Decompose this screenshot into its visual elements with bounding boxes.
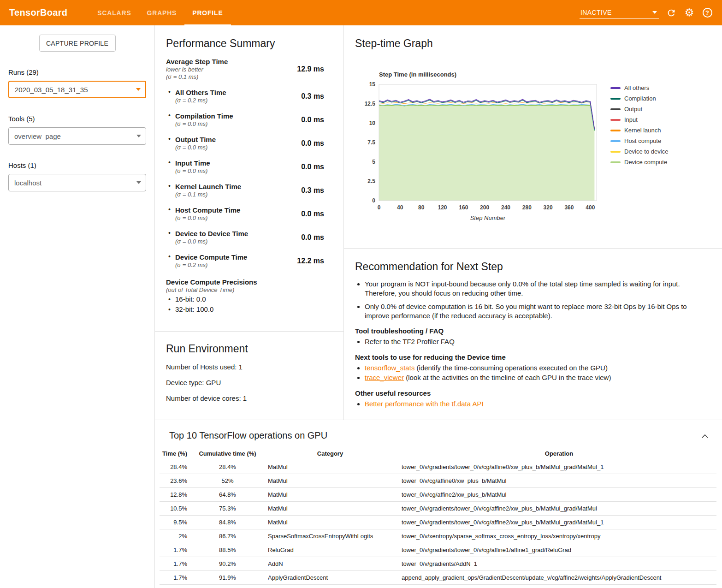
metric-label: Kernel Launch Time bbox=[175, 182, 241, 191]
chart-title: Step Time (in milliseconds) bbox=[379, 71, 711, 78]
svg-text:10: 10 bbox=[369, 120, 376, 126]
metric-label: All Others Time bbox=[175, 88, 226, 97]
metric-row: •Host Compute Time(σ = 0.0 ms)0.0 ms bbox=[166, 206, 332, 222]
svg-text:240: 240 bbox=[501, 204, 510, 211]
hosts-select[interactable]: localhost bbox=[8, 174, 146, 191]
metric-row: •Kernel Launch Time(σ = 0.1 ms)0.3 ms bbox=[166, 182, 332, 198]
precision-item: •32-bit: 100.0 bbox=[166, 305, 332, 314]
step-time-graph-section: Step-time Graph Step Time (in millisecon… bbox=[344, 25, 722, 248]
tab-graphs[interactable]: GRAPHS bbox=[139, 0, 185, 25]
tools-select-value: overview_page bbox=[14, 132, 61, 140]
metric-value: 0.0 ms bbox=[301, 163, 324, 171]
tools-select[interactable]: overview_page bbox=[8, 127, 146, 145]
svg-text:200: 200 bbox=[480, 204, 489, 211]
metric-value: 0.0 ms bbox=[301, 139, 324, 148]
svg-text:120: 120 bbox=[438, 204, 447, 211]
metric-labels: •Input Time(σ = 0.0 ms) bbox=[166, 159, 210, 175]
cell-category: MatMul bbox=[268, 491, 392, 498]
metric-row: •Output Time(σ = 0.0 ms)0.0 ms bbox=[166, 135, 332, 151]
svg-text:40: 40 bbox=[397, 204, 403, 211]
capture-profile-button[interactable]: CAPTURE PROFILE bbox=[39, 35, 116, 52]
legend-item: All others bbox=[610, 84, 668, 91]
tensorflow-stats-link[interactable]: tensorflow_stats bbox=[365, 364, 414, 372]
metric-row: •Device Compute Time(σ = 0.2 ms)12.2 ms bbox=[166, 253, 332, 269]
cell-time: 1.7% bbox=[160, 560, 187, 567]
legend-label: Device compute bbox=[624, 159, 667, 166]
svg-text:80: 80 bbox=[418, 204, 425, 211]
legend-item: Host compute bbox=[610, 137, 668, 144]
recommendation-title: Recommendation for Next Step bbox=[355, 261, 711, 273]
svg-text:7.5: 7.5 bbox=[367, 139, 375, 146]
metric-text: All Others Time(σ = 0.2 ms) bbox=[175, 88, 226, 104]
cell-time: 1.7% bbox=[160, 574, 187, 581]
table-row: 1.7%90.2%AddNtower_0/v/gradients/AddN_1 bbox=[160, 557, 716, 571]
metric-value: 12.2 ms bbox=[297, 257, 324, 265]
trace-viewer-link[interactable]: trace_viewer bbox=[365, 374, 404, 381]
metric-labels: •Output Time(σ = 0.0 ms) bbox=[166, 135, 216, 151]
cell-category: MatMul bbox=[268, 519, 392, 526]
legend-swatch bbox=[610, 161, 621, 163]
cell-category: MatMul bbox=[268, 463, 392, 470]
legend-label: Host compute bbox=[624, 137, 661, 144]
caret-down-icon bbox=[136, 181, 141, 184]
legend-label: Compilation bbox=[624, 95, 656, 102]
resource-item: Better performance with the tf.data API bbox=[365, 399, 711, 409]
legend-item: Kernel launch bbox=[610, 127, 668, 134]
metric-label: Compilation Time bbox=[175, 112, 233, 120]
bullet: • bbox=[166, 182, 175, 198]
tool-item: trace_viewer (look at the activities on … bbox=[365, 373, 711, 382]
legend-swatch bbox=[610, 140, 621, 142]
metric-sigma: (σ = 0.1 ms) bbox=[175, 191, 241, 198]
metric-text: Output Time(σ = 0.0 ms) bbox=[175, 135, 216, 151]
recommendation-bullet: Your program is NOT input-bound because … bbox=[365, 279, 711, 297]
metric-text: Host Compute Time(σ = 0.0 ms) bbox=[175, 206, 240, 222]
status-select[interactable]: INACTIVE bbox=[580, 7, 659, 19]
legend-item: Output bbox=[610, 106, 668, 113]
cell-time: 9.5% bbox=[160, 519, 187, 526]
legend-label: All others bbox=[624, 84, 649, 91]
cell-cumulative: 91.9% bbox=[196, 574, 259, 581]
refresh-icon[interactable] bbox=[666, 7, 677, 18]
tab-scalars[interactable]: SCALARS bbox=[89, 0, 139, 25]
metric-value: 0.0 ms bbox=[301, 210, 324, 218]
bullet: • bbox=[166, 295, 175, 304]
legend-item: Input bbox=[610, 116, 668, 123]
collapse-chevron-icon[interactable] bbox=[702, 432, 708, 440]
tab-profile[interactable]: PROFILE bbox=[184, 0, 231, 25]
metric-row: Average Step Timelower is better(σ = 0.1… bbox=[166, 57, 332, 81]
tools-label: Tools (5) bbox=[8, 115, 146, 123]
svg-text:320: 320 bbox=[544, 204, 553, 211]
column-header: Category bbox=[268, 450, 392, 457]
table-row: 1.7%91.9%ApplyGradientDescentappend_appl… bbox=[160, 571, 716, 585]
hosts-select-value: localhost bbox=[14, 179, 41, 187]
metric-value: 12.9 ms bbox=[297, 65, 324, 73]
bullet: • bbox=[166, 206, 175, 222]
cell-category: SparseSoftmaxCrossEntropyWithLogits bbox=[268, 533, 392, 540]
tool-item: tensorflow_stats (identify the time-cons… bbox=[365, 363, 711, 373]
help-icon[interactable]: ? bbox=[702, 7, 713, 18]
cell-time: 23.6% bbox=[160, 477, 187, 484]
runs-select[interactable]: 2020_03_05_18_31_35 bbox=[8, 81, 146, 98]
device-type-line: Device type: GPU bbox=[166, 379, 332, 386]
cell-cumulative: 84.8% bbox=[196, 519, 259, 526]
svg-text:360: 360 bbox=[564, 204, 574, 211]
settings-gear-icon[interactable]: ⚙ bbox=[684, 7, 695, 18]
cell-operation: tower_0/v/gradients/tower_0/v/cg/affine1… bbox=[402, 546, 716, 553]
hosts-label: Hosts (1) bbox=[8, 161, 146, 169]
legend-label: Input bbox=[624, 116, 638, 123]
cell-category: MatMul bbox=[268, 505, 392, 512]
recommendation-section: Recommendation for Next Step Your progra… bbox=[344, 249, 722, 409]
metric-label: Device Compute Time bbox=[175, 253, 247, 261]
cell-category: ReluGrad bbox=[268, 546, 392, 553]
legend-item: Device compute bbox=[610, 159, 668, 166]
metric-label: Input Time bbox=[175, 159, 210, 167]
legend-swatch bbox=[610, 108, 621, 110]
legend-swatch bbox=[610, 98, 621, 100]
metric-labels: •Device Compute Time(σ = 0.2 ms) bbox=[166, 253, 247, 269]
metric-sigma: (σ = 0.0 ms) bbox=[175, 144, 216, 151]
bullet: • bbox=[166, 305, 175, 314]
legend-swatch bbox=[610, 151, 621, 153]
sidebar: CAPTURE PROFILE Runs (29) 2020_03_05_18_… bbox=[0, 25, 154, 588]
metric-row: •Device to Device Time(σ = 0.0 ms)0.0 ms bbox=[166, 229, 332, 245]
tfdata-api-link[interactable]: Better performance with the tf.data API bbox=[365, 400, 484, 408]
